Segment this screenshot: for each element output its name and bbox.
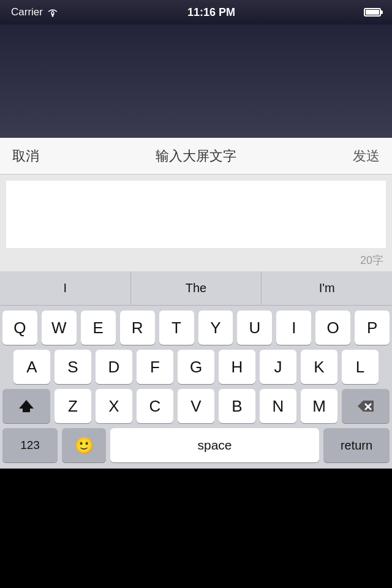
key-Q[interactable]: Q [2,311,37,345]
app-area [0,24,392,138]
svg-point-0 [51,15,53,17]
key-U[interactable]: U [237,311,272,345]
key-P[interactable]: P [355,311,390,345]
key-row-1: Q W E R T Y U I O P [2,311,390,345]
key-D[interactable]: D [96,350,132,384]
autocomplete-item-1[interactable]: The [131,271,262,305]
key-L[interactable]: L [342,350,379,384]
battery-fill [366,10,379,15]
char-count: 20字 [6,251,386,271]
emoji-key[interactable]: 🙂 [62,428,106,462]
carrier-label: Carrier [11,6,43,18]
status-time: 11:16 PM [187,6,235,19]
key-X[interactable]: X [96,389,132,423]
space-key[interactable]: space [110,428,319,462]
autocomplete-bar: I The I'm [0,271,392,306]
return-key[interactable]: return [323,428,390,462]
num-key[interactable]: 123 [2,428,58,462]
key-row-bottom: 123 🙂 space return [2,428,390,462]
key-K[interactable]: K [301,350,337,384]
key-H[interactable]: H [219,350,255,384]
wifi-icon [47,8,59,17]
key-T[interactable]: T [159,311,194,345]
text-input[interactable] [6,181,386,248]
key-F[interactable]: F [137,350,173,384]
key-J[interactable]: J [260,350,296,384]
key-row-2: A S D F G H J K L [2,350,390,384]
key-R[interactable]: R [120,311,155,345]
key-O[interactable]: O [315,311,350,345]
key-G[interactable]: G [178,350,214,384]
send-button[interactable]: 发送 [353,147,380,165]
keyboard: Q W E R T Y U I O P A S D F G H J K L Z … [0,306,392,469]
key-Z[interactable]: Z [55,389,91,423]
key-Y[interactable]: Y [198,311,233,345]
shift-key[interactable] [2,389,50,423]
battery-icon [364,8,381,17]
svg-marker-1 [19,400,34,412]
backspace-key[interactable] [342,389,390,423]
autocomplete-item-0[interactable]: I [0,271,131,305]
autocomplete-item-2[interactable]: I'm [262,271,392,305]
key-E[interactable]: E [81,311,116,345]
key-V[interactable]: V [178,389,214,423]
nav-bar: 取消 输入大屏文字 发送 [0,138,392,175]
cancel-button[interactable]: 取消 [12,147,39,165]
carrier-wifi: Carrier [11,6,59,18]
key-A[interactable]: A [13,350,50,384]
key-N[interactable]: N [260,389,296,423]
key-B[interactable]: B [219,389,255,423]
backspace-icon [356,399,375,413]
key-C[interactable]: C [137,389,173,423]
shift-icon [18,398,35,415]
key-W[interactable]: W [42,311,77,345]
key-I[interactable]: I [276,311,311,345]
text-input-area: 20字 [0,175,392,271]
key-S[interactable]: S [55,350,91,384]
key-row-3: Z X C V B N M [2,389,390,423]
nav-title: 输入大屏文字 [156,147,236,165]
status-bar: Carrier 11:16 PM [0,0,392,24]
key-M[interactable]: M [301,389,337,423]
